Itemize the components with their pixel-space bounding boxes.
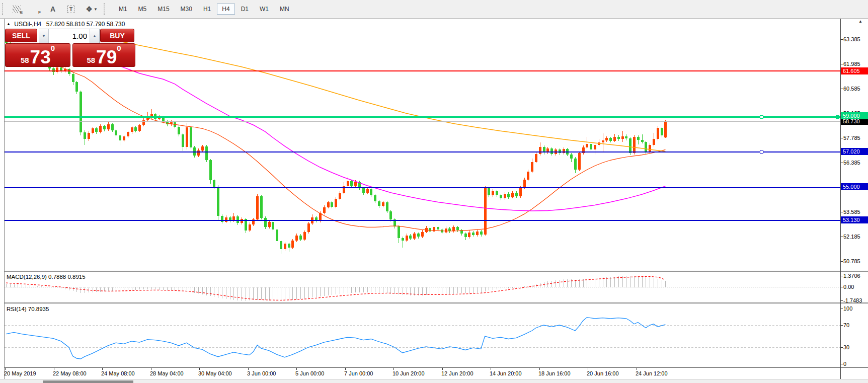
price-axis-label: 61.985: [843, 61, 860, 67]
rsi-indicator-label: RSI(14) 70.8935: [7, 306, 49, 312]
price-axis-label: 50.785: [843, 258, 860, 264]
date-axis-label: 28 May 04:00: [150, 370, 184, 376]
buy-price-big: 79: [96, 50, 117, 65]
volume-input[interactable]: [49, 29, 90, 43]
timeframe-h4[interactable]: H4: [217, 4, 234, 15]
timeframe-m1[interactable]: M1: [114, 4, 132, 15]
macd-axis-label: 0.00: [843, 284, 854, 290]
rsi-axis-label: 0: [843, 361, 846, 367]
date-axis-label: 24 May 08:00: [101, 370, 135, 376]
date-axis-label: 30 May 04:00: [198, 370, 232, 376]
ohlc-values: 57.820 58.810 57.790 58.730: [46, 21, 125, 28]
date-axis-label: 18 Jun 16:00: [538, 370, 571, 376]
top-toolbar: AT✥ ▼ M1M5M15M30H1H4D1W1MN: [0, 0, 868, 19]
grid-fibo-icon[interactable]: [28, 3, 41, 16]
toolbar-icons: AT✥: [10, 3, 96, 16]
text-box-icon[interactable]: T: [64, 3, 77, 16]
chevron-up-icon: ▲: [93, 34, 97, 38]
date-axis-label: 10 Jun 20:00: [392, 370, 425, 376]
buy-button[interactable]: BUY: [100, 29, 134, 42]
buy-price-sup: 0: [117, 44, 121, 52]
buy-price-panel[interactable]: 58790: [72, 43, 135, 67]
date-axis-label: 24 Jun 12:00: [636, 370, 668, 376]
price-badge-55.000: 55.000: [841, 183, 868, 190]
timeframe-bar: M1M5M15M30H1H4D1W1MN: [114, 4, 294, 15]
text-label-icon[interactable]: A: [46, 3, 59, 16]
horizontal-scrollbar: [0, 379, 868, 383]
date-axis-label: 20 May 2019: [4, 370, 36, 376]
chevron-down-icon[interactable]: ▼: [94, 7, 98, 12]
price-axis-label: 53.585: [843, 209, 860, 215]
expert-advisor-hatch-icon[interactable]: [10, 3, 23, 16]
rsi-axis-label: 100: [843, 305, 852, 312]
sell-price-sup: 0: [51, 44, 55, 52]
macd-axis-label: -1.7483: [843, 297, 862, 303]
buy-price-prefix: 58: [87, 56, 95, 64]
price-axis-label: 57.785: [843, 135, 860, 141]
price-axis-label: 56.385: [843, 160, 860, 166]
timeframe-d1[interactable]: D1: [236, 4, 254, 15]
toolbar-grip[interactable]: [2, 3, 5, 15]
chart-title: ▲ USOil-,H4 57.820 58.810 57.790 58.730: [7, 21, 125, 28]
scroll-triangle-icon[interactable]: ▲: [858, 19, 862, 24]
collapse-triangle-icon: ▲: [7, 22, 11, 26]
date-axis-label: 7 Jun 00:00: [344, 370, 373, 376]
date-axis-label: 3 Jun 00:00: [247, 370, 276, 376]
price-axis-label: 60.585: [843, 86, 860, 92]
price-axis-label: 63.385: [843, 36, 860, 42]
price-badge-57.020: 57.020: [841, 148, 868, 155]
macd-axis-label: 1.3706: [843, 273, 860, 279]
date-axis-label: 14 Jun 20:00: [490, 370, 522, 376]
timeframe-w1[interactable]: W1: [255, 4, 274, 15]
rsi-axis-label: 30: [843, 344, 849, 350]
sell-price-big: 73: [30, 50, 51, 65]
timeframe-m15[interactable]: M15: [152, 4, 174, 15]
price-axis-label: 52.185: [843, 234, 860, 240]
chevron-down-icon: ▼: [42, 34, 46, 38]
volume-increase-button[interactable]: ▲: [90, 29, 99, 43]
date-axis-label: 12 Jun 20:00: [441, 370, 474, 376]
timeframe-mn[interactable]: MN: [275, 4, 294, 15]
price-badge-59.000: 59.000: [841, 112, 868, 119]
timeframe-m5[interactable]: M5: [133, 4, 152, 15]
symbol-timeframe-label: USOil-,H4: [14, 21, 41, 28]
volume-spinner: ▼ ▲: [39, 29, 100, 43]
volume-decrease-button[interactable]: ▼: [39, 29, 49, 43]
sell-price-prefix: 58: [21, 56, 29, 64]
one-click-trading-panel: SELL ▼ ▲ BUY 58730 58790: [4, 28, 135, 65]
price-badge-53.130: 53.130: [841, 216, 868, 223]
sell-price-panel[interactable]: 58730: [5, 43, 70, 67]
timeframe-m30[interactable]: M30: [176, 4, 197, 15]
date-axis-label: 22 May 08:00: [53, 370, 87, 376]
rsi-axis-label: 70: [843, 322, 849, 328]
macd-indicator-label: MACD(12,26,9) 0.7888 0.8915: [7, 274, 86, 280]
price-badge-61.605: 61.605: [841, 67, 868, 74]
sell-button[interactable]: SELL: [5, 29, 37, 42]
date-axis-label: 5 Jun 00:00: [295, 370, 325, 376]
toolbar-grip-2[interactable]: [104, 3, 107, 15]
timeframe-h1[interactable]: H1: [198, 4, 216, 15]
scrollbar-thumb[interactable]: [43, 380, 133, 383]
date-axis-label: 20 Jun 16:00: [587, 370, 619, 376]
